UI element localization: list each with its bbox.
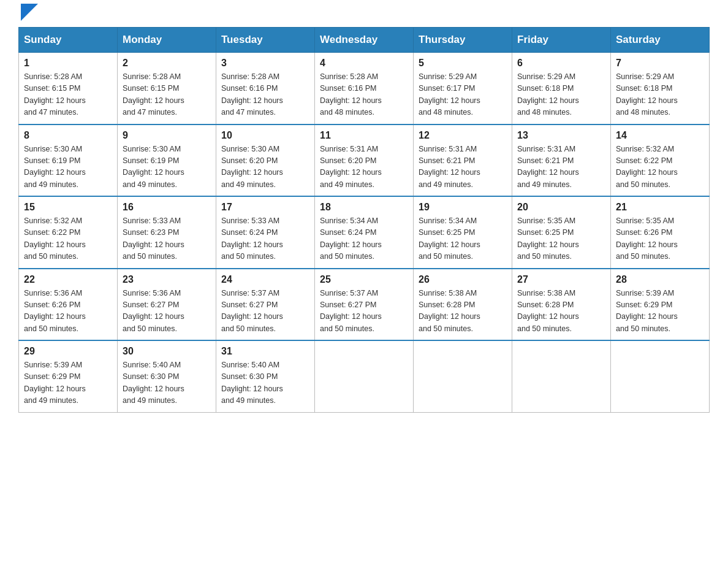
calendar-cell: 15Sunrise: 5:32 AMSunset: 6:22 PMDayligh…: [19, 196, 118, 269]
day-number: 6: [517, 58, 605, 69]
column-header-saturday: Saturday: [611, 28, 710, 53]
day-number: 15: [24, 202, 112, 213]
day-number: 16: [123, 202, 211, 213]
calendar-cell: 12Sunrise: 5:31 AMSunset: 6:21 PMDayligh…: [414, 124, 512, 197]
day-number: 22: [24, 274, 112, 285]
calendar-cell: 21Sunrise: 5:35 AMSunset: 6:26 PMDayligh…: [611, 196, 710, 269]
day-number: 25: [320, 274, 408, 285]
calendar-cell: 4Sunrise: 5:28 AMSunset: 6:16 PMDaylight…: [315, 53, 414, 124]
calendar-cell: 27Sunrise: 5:38 AMSunset: 6:28 PMDayligh…: [512, 269, 611, 341]
day-info: Sunrise: 5:33 AMSunset: 6:24 PMDaylight:…: [221, 215, 309, 263]
calendar-cell: [611, 340, 710, 412]
calendar-cell: 16Sunrise: 5:33 AMSunset: 6:23 PMDayligh…: [118, 196, 216, 269]
day-info: Sunrise: 5:28 AMSunset: 6:15 PMDaylight:…: [24, 71, 112, 119]
page-header: [18, 12, 710, 21]
day-info: Sunrise: 5:30 AMSunset: 6:19 PMDaylight:…: [123, 144, 211, 191]
day-info: Sunrise: 5:35 AMSunset: 6:26 PMDaylight:…: [616, 215, 704, 263]
day-number: 11: [320, 130, 408, 141]
day-number: 26: [419, 274, 507, 285]
calendar-cell: 31Sunrise: 5:40 AMSunset: 6:30 PMDayligh…: [216, 340, 315, 412]
day-number: 28: [616, 274, 704, 285]
day-number: 9: [123, 130, 211, 141]
column-header-friday: Friday: [512, 28, 611, 53]
calendar-cell: 24Sunrise: 5:37 AMSunset: 6:27 PMDayligh…: [216, 269, 315, 341]
calendar-cell: 28Sunrise: 5:39 AMSunset: 6:29 PMDayligh…: [611, 269, 710, 341]
day-info: Sunrise: 5:36 AMSunset: 6:26 PMDaylight:…: [24, 288, 112, 335]
day-number: 7: [616, 58, 704, 69]
day-info: Sunrise: 5:34 AMSunset: 6:25 PMDaylight:…: [419, 215, 507, 263]
day-info: Sunrise: 5:40 AMSunset: 6:30 PMDaylight:…: [221, 359, 309, 407]
day-number: 27: [517, 274, 605, 285]
day-info: Sunrise: 5:37 AMSunset: 6:27 PMDaylight:…: [221, 288, 309, 335]
day-number: 2: [123, 58, 211, 69]
day-info: Sunrise: 5:29 AMSunset: 6:18 PMDaylight:…: [616, 71, 704, 119]
day-number: 30: [123, 346, 211, 357]
day-info: Sunrise: 5:32 AMSunset: 6:22 PMDaylight:…: [616, 144, 704, 191]
day-info: Sunrise: 5:28 AMSunset: 6:16 PMDaylight:…: [320, 71, 408, 119]
calendar-cell: 5Sunrise: 5:29 AMSunset: 6:17 PMDaylight…: [414, 53, 512, 124]
day-info: Sunrise: 5:36 AMSunset: 6:27 PMDaylight:…: [123, 288, 211, 335]
column-header-sunday: Sunday: [19, 28, 118, 53]
calendar-cell: [315, 340, 414, 412]
calendar-cell: 6Sunrise: 5:29 AMSunset: 6:18 PMDaylight…: [512, 53, 611, 124]
day-info: Sunrise: 5:31 AMSunset: 6:21 PMDaylight:…: [517, 144, 605, 191]
day-number: 13: [517, 130, 605, 141]
calendar-cell: [512, 340, 611, 412]
calendar-week-row: 8Sunrise: 5:30 AMSunset: 6:19 PMDaylight…: [19, 124, 710, 197]
calendar-cell: 1Sunrise: 5:28 AMSunset: 6:15 PMDaylight…: [19, 53, 118, 124]
day-info: Sunrise: 5:34 AMSunset: 6:24 PMDaylight:…: [320, 215, 408, 263]
day-number: 17: [221, 202, 309, 213]
day-info: Sunrise: 5:31 AMSunset: 6:20 PMDaylight:…: [320, 144, 408, 191]
day-number: 5: [419, 58, 507, 69]
day-number: 4: [320, 58, 408, 69]
day-number: 1: [24, 58, 112, 69]
day-info: Sunrise: 5:29 AMSunset: 6:17 PMDaylight:…: [419, 71, 507, 119]
calendar-week-row: 29Sunrise: 5:39 AMSunset: 6:29 PMDayligh…: [19, 340, 710, 412]
column-header-monday: Monday: [118, 28, 216, 53]
calendar-cell: 3Sunrise: 5:28 AMSunset: 6:16 PMDaylight…: [216, 53, 315, 124]
day-info: Sunrise: 5:29 AMSunset: 6:18 PMDaylight:…: [517, 71, 605, 119]
day-info: Sunrise: 5:33 AMSunset: 6:23 PMDaylight:…: [123, 215, 211, 263]
calendar-cell: 30Sunrise: 5:40 AMSunset: 6:30 PMDayligh…: [118, 340, 216, 412]
day-info: Sunrise: 5:31 AMSunset: 6:21 PMDaylight:…: [419, 144, 507, 191]
day-number: 12: [419, 130, 507, 141]
calendar-cell: 19Sunrise: 5:34 AMSunset: 6:25 PMDayligh…: [414, 196, 512, 269]
day-number: 14: [616, 130, 704, 141]
column-header-wednesday: Wednesday: [315, 28, 414, 53]
column-header-thursday: Thursday: [414, 28, 512, 53]
calendar-cell: 7Sunrise: 5:29 AMSunset: 6:18 PMDaylight…: [611, 53, 710, 124]
day-number: 29: [24, 346, 112, 357]
calendar-cell: 2Sunrise: 5:28 AMSunset: 6:15 PMDaylight…: [118, 53, 216, 124]
day-info: Sunrise: 5:28 AMSunset: 6:16 PMDaylight:…: [221, 71, 309, 119]
day-number: 8: [24, 130, 112, 141]
calendar-week-row: 1Sunrise: 5:28 AMSunset: 6:15 PMDaylight…: [19, 53, 710, 124]
day-info: Sunrise: 5:38 AMSunset: 6:28 PMDaylight:…: [517, 288, 605, 335]
calendar-cell: 26Sunrise: 5:38 AMSunset: 6:28 PMDayligh…: [414, 269, 512, 341]
calendar-table: SundayMondayTuesdayWednesdayThursdayFrid…: [18, 27, 710, 413]
calendar-cell: 13Sunrise: 5:31 AMSunset: 6:21 PMDayligh…: [512, 124, 611, 197]
calendar-week-row: 15Sunrise: 5:32 AMSunset: 6:22 PMDayligh…: [19, 196, 710, 269]
day-number: 19: [419, 202, 507, 213]
calendar-week-row: 22Sunrise: 5:36 AMSunset: 6:26 PMDayligh…: [19, 269, 710, 341]
calendar-cell: 8Sunrise: 5:30 AMSunset: 6:19 PMDaylight…: [19, 124, 118, 197]
day-info: Sunrise: 5:39 AMSunset: 6:29 PMDaylight:…: [24, 359, 112, 407]
logo-triangle-icon: [21, 4, 38, 21]
day-number: 10: [221, 130, 309, 141]
day-info: Sunrise: 5:38 AMSunset: 6:28 PMDaylight:…: [419, 288, 507, 335]
day-info: Sunrise: 5:28 AMSunset: 6:15 PMDaylight:…: [123, 71, 211, 119]
calendar-cell: [414, 340, 512, 412]
calendar-cell: 29Sunrise: 5:39 AMSunset: 6:29 PMDayligh…: [19, 340, 118, 412]
logo: [18, 12, 38, 21]
day-number: 24: [221, 274, 309, 285]
day-info: Sunrise: 5:40 AMSunset: 6:30 PMDaylight:…: [123, 359, 211, 407]
calendar-cell: 10Sunrise: 5:30 AMSunset: 6:20 PMDayligh…: [216, 124, 315, 197]
day-number: 20: [517, 202, 605, 213]
day-info: Sunrise: 5:39 AMSunset: 6:29 PMDaylight:…: [616, 288, 704, 335]
calendar-header-row: SundayMondayTuesdayWednesdayThursdayFrid…: [19, 28, 710, 53]
day-info: Sunrise: 5:37 AMSunset: 6:27 PMDaylight:…: [320, 288, 408, 335]
column-header-tuesday: Tuesday: [216, 28, 315, 53]
calendar-cell: 17Sunrise: 5:33 AMSunset: 6:24 PMDayligh…: [216, 196, 315, 269]
day-number: 3: [221, 58, 309, 69]
day-number: 21: [616, 202, 704, 213]
calendar-cell: 11Sunrise: 5:31 AMSunset: 6:20 PMDayligh…: [315, 124, 414, 197]
